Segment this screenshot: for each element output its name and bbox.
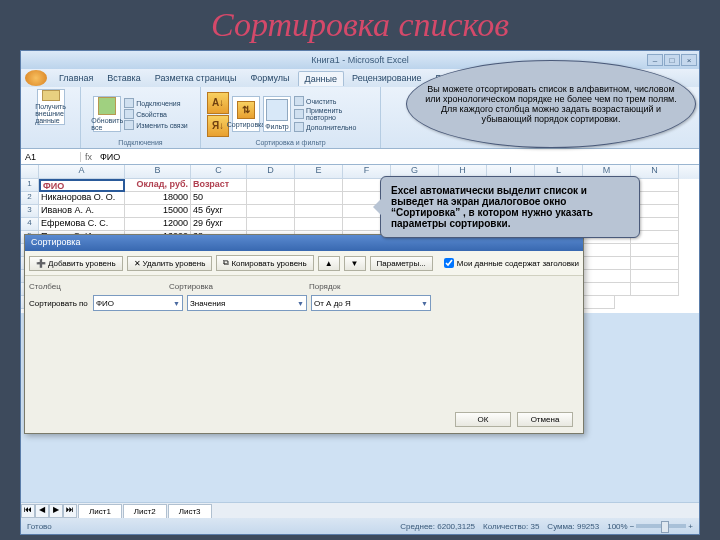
col-label: Сортировка <box>169 282 309 291</box>
fx-icon[interactable]: fx <box>81 152 96 162</box>
sort-za-icon[interactable]: Я↓ <box>207 115 229 137</box>
maximize-icon[interactable]: □ <box>664 54 680 66</box>
sort-az-icon[interactable]: A↓ <box>207 92 229 114</box>
params-button[interactable]: Параметры... <box>370 256 433 271</box>
status-bar: Готово Среднее: 6200,3125 Количество: 35… <box>21 518 699 534</box>
slide-title: Сортировка списков <box>0 0 720 46</box>
status-avg: Среднее: 6200,3125 <box>400 522 475 531</box>
tab-insert[interactable]: Вставка <box>101 71 146 85</box>
filter-button[interactable]: Фильтр <box>263 96 291 132</box>
headers-checkbox[interactable]: Мои данные содержат заголовки <box>444 258 579 268</box>
copy-level-button[interactable]: ⧉Копировать уровень <box>216 255 313 271</box>
window-title: Книга1 - Microsoft Excel <box>311 55 408 65</box>
col-header[interactable]: B <box>125 165 191 179</box>
sortby-label: Сортировать по <box>29 299 89 308</box>
col-label: Столбец <box>29 282 169 291</box>
advanced-button[interactable]: Дополнительно <box>294 122 374 132</box>
connections-button[interactable]: Подключения <box>124 98 188 108</box>
group-label: Сортировка и фильтр <box>255 139 325 146</box>
group-label: Подключения <box>118 139 162 146</box>
refresh-all-button[interactable]: Обновить все <box>93 96 121 132</box>
get-external-data-button[interactable]: Получить внешние данные <box>37 89 65 125</box>
callout-bubble: Вы можете отсортировать список в алфавит… <box>406 60 696 148</box>
formula-value[interactable]: ФИО <box>96 152 124 162</box>
formula-bar: A1 fx ФИО <box>21 149 699 165</box>
sheet-tab[interactable]: Лист2 <box>123 504 167 518</box>
sheet-tab[interactable]: Лист1 <box>78 504 122 518</box>
status-ready: Готово <box>27 522 52 531</box>
office-button[interactable] <box>25 70 47 86</box>
clear-filter-button[interactable]: Очистить <box>294 96 374 106</box>
minimize-icon[interactable]: – <box>647 54 663 66</box>
tab-layout[interactable]: Разметка страницы <box>149 71 243 85</box>
tab-formulas[interactable]: Формулы <box>244 71 295 85</box>
reapply-button[interactable]: Применить повторно <box>294 107 374 121</box>
close-icon[interactable]: × <box>681 54 697 66</box>
tab-home[interactable]: Главная <box>53 71 99 85</box>
properties-button[interactable]: Свойства <box>124 109 188 119</box>
tab-review[interactable]: Рецензирование <box>346 71 428 85</box>
field-select[interactable]: ФИО▼ <box>93 295 183 311</box>
status-count: Количество: 35 <box>483 522 539 531</box>
name-box[interactable]: A1 <box>21 152 81 162</box>
col-header[interactable]: D <box>247 165 295 179</box>
tab-data[interactable]: Данные <box>298 71 345 86</box>
edit-links-button[interactable]: Изменить связи <box>124 120 188 130</box>
col-label: Порядок <box>309 282 449 291</box>
cancel-button[interactable]: Отмена <box>517 412 573 427</box>
status-sum: Сумма: 99253 <box>547 522 599 531</box>
sheet-tab[interactable]: Лист3 <box>168 504 212 518</box>
col-header[interactable]: A <box>39 165 125 179</box>
move-up-button[interactable]: ▲ <box>318 256 340 271</box>
delete-level-button[interactable]: ✕Удалить уровень <box>127 256 213 271</box>
sort-dialog: Сортировка ➕Добавить уровень ✕Удалить ур… <box>24 234 584 434</box>
order-select[interactable]: От А до Я▼ <box>311 295 431 311</box>
prev-sheet-icon[interactable]: ◀ <box>35 504 49 518</box>
first-sheet-icon[interactable]: ⏮ <box>21 504 35 518</box>
zoom-slider[interactable]: 100%−+ <box>607 522 693 531</box>
sheet-tabs: ⏮◀▶⏭ Лист1 Лист2 Лист3 <box>21 502 699 518</box>
ok-button[interactable]: ОК <box>455 412 511 427</box>
col-header[interactable]: E <box>295 165 343 179</box>
select-all[interactable] <box>21 165 39 179</box>
next-sheet-icon[interactable]: ▶ <box>49 504 63 518</box>
callout-box: Excel автоматически выделит список и выв… <box>380 176 640 238</box>
chevron-down-icon: ▼ <box>173 300 180 307</box>
type-select[interactable]: Значения▼ <box>187 295 307 311</box>
move-down-button[interactable]: ▼ <box>344 256 366 271</box>
col-header[interactable]: C <box>191 165 247 179</box>
last-sheet-icon[interactable]: ⏭ <box>63 504 77 518</box>
add-level-button[interactable]: ➕Добавить уровень <box>29 256 123 271</box>
sort-button[interactable]: ⇅Сортировка <box>232 96 260 132</box>
chevron-down-icon: ▼ <box>297 300 304 307</box>
chevron-down-icon: ▼ <box>421 300 428 307</box>
